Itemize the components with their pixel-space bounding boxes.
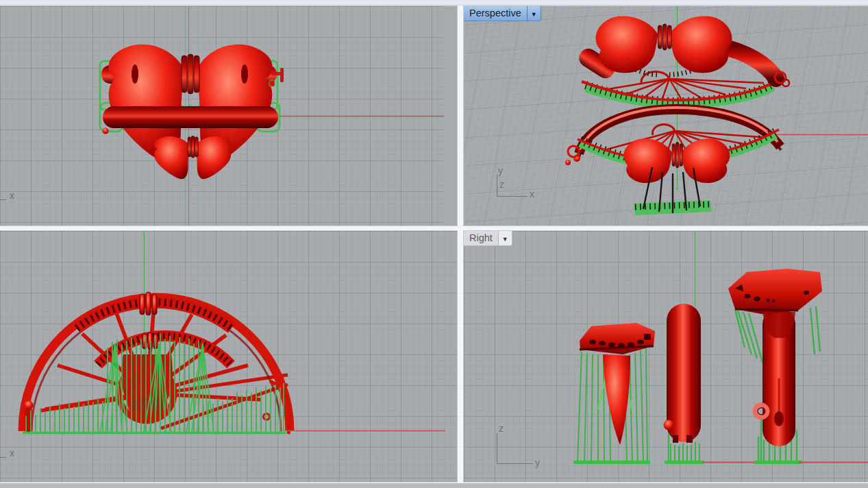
viewport-title-text: Perspective — [464, 6, 527, 21]
axis-label-y: y — [535, 457, 540, 468]
viewport-perspective[interactable]: Perspective ▼ y z x — [463, 5, 868, 226]
model-front-view[interactable] — [0, 231, 458, 483]
axis-label-z: z — [499, 423, 504, 434]
axis-gizmo-right — [497, 433, 533, 464]
viewport-menu-dropdown[interactable]: ▼ — [498, 231, 512, 245]
axis-label-x: x — [530, 188, 534, 199]
chevron-down-icon: ▼ — [531, 7, 537, 21]
support-raft — [754, 461, 802, 464]
support-raft — [573, 461, 650, 464]
window-bottom-edge — [0, 483, 868, 488]
viewport-top[interactable]: x — [0, 5, 458, 226]
piece-bow-half-right[interactable] — [728, 269, 822, 464]
chevron-down-icon: ▼ — [502, 232, 508, 245]
bow-large-perspective[interactable] — [596, 16, 732, 75]
bow-small-perspective[interactable] — [623, 138, 730, 215]
axis-label-x: x — [10, 190, 14, 201]
axis-gizmo-top — [0, 194, 6, 200]
viewport-title-perspective[interactable]: Perspective ▼ — [464, 6, 541, 21]
rhino-workspace: x — [0, 0, 868, 488]
support-raft — [665, 461, 704, 464]
piece-band-half-middle[interactable] — [664, 304, 705, 464]
axis-label-x: x — [10, 448, 14, 459]
viewport-title-right[interactable]: Right ▼ — [464, 231, 512, 246]
bow-small-top-view[interactable] — [154, 136, 231, 179]
axis-label-z: z — [499, 179, 504, 190]
axis-label-y: y — [498, 165, 503, 176]
viewport-title-text: Right — [464, 231, 498, 245]
model-top-view[interactable] — [0, 6, 458, 226]
viewport-menu-dropdown[interactable]: ▼ — [527, 6, 541, 21]
axis-gizmo-front — [0, 452, 6, 458]
viewport-right[interactable]: Right ▼ z y — [463, 230, 868, 483]
piece-bow-half-left[interactable] — [573, 323, 655, 464]
window-top-edge — [0, 0, 868, 5]
viewport-front[interactable]: x — [0, 230, 458, 483]
